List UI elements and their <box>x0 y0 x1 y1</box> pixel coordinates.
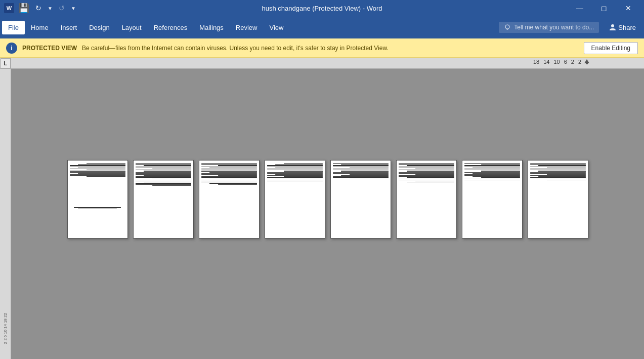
page-content-7 <box>462 161 522 183</box>
main-area: L 22 18 14 10 6 2 2 18 14 10 6 2 2 <box>0 58 644 359</box>
enable-editing-button[interactable]: Enable Editing <box>584 42 638 54</box>
person-icon <box>609 24 616 31</box>
tab-references[interactable]: References <box>148 21 193 34</box>
document-title: hush chandgane (Protected View) - Word <box>262 5 382 12</box>
page-thumbnail-5 <box>330 160 391 238</box>
pages-thumbnail-row <box>67 160 588 238</box>
document-area[interactable] <box>11 69 644 359</box>
page-thumbnail-8 <box>528 160 588 238</box>
minimize-btn[interactable]: ― <box>568 0 591 16</box>
protected-message: Be careful—files from the Internet can c… <box>82 45 579 52</box>
save-quick-btn[interactable]: 💾 <box>16 3 31 14</box>
ribbon-search-box[interactable]: Tell me what you want to do... <box>499 22 599 33</box>
lightbulb-icon <box>504 24 511 31</box>
tab-file[interactable]: File <box>2 21 25 34</box>
tab-insert[interactable]: Insert <box>55 21 83 34</box>
page-content-1 <box>68 161 127 212</box>
page-content-2 <box>134 161 193 188</box>
tab-mailings[interactable]: Mailings <box>193 21 230 34</box>
ruler-marker-icon <box>583 58 590 65</box>
page-thumbnail-4 <box>265 160 325 238</box>
svg-rect-4 <box>586 63 588 64</box>
left-ruler-numbers: 22 18 14 10 6 2 2 <box>0 313 11 344</box>
customize-btn[interactable]: ▼ <box>69 6 78 11</box>
ruler-toggle-btn[interactable]: L <box>1 58 11 68</box>
tab-review[interactable]: Review <box>230 21 264 34</box>
undo-arrow[interactable]: ▼ <box>46 6 55 11</box>
restore-btn[interactable]: ◻ <box>592 0 616 16</box>
ribbon: File Home Insert Design Layout Reference… <box>0 16 644 38</box>
window-controls: ― ◻ ✕ <box>568 0 640 16</box>
close-btn[interactable]: ✕ <box>617 0 640 16</box>
tab-layout[interactable]: Layout <box>116 21 148 34</box>
title-bar: W 💾 ↻ ▼ ↺ ▼ hush chandgane (Protected Vi… <box>0 0 644 16</box>
left-sidebar: L 22 18 14 10 6 2 2 <box>0 58 11 359</box>
tab-design[interactable]: Design <box>83 21 115 34</box>
search-placeholder: Tell me what you want to do... <box>514 24 594 31</box>
protected-label: PROTECTED VIEW <box>22 45 77 52</box>
protected-icon: i <box>6 43 17 54</box>
tab-view[interactable]: View <box>263 21 289 34</box>
title-bar-left: W 💾 ↻ ▼ ↺ ▼ <box>4 3 78 14</box>
page-thumbnail-2 <box>133 160 194 238</box>
svg-point-0 <box>505 25 509 29</box>
share-btn[interactable]: Share <box>603 22 642 33</box>
tab-home[interactable]: Home <box>25 21 55 34</box>
page-thumbnail-7 <box>462 160 523 238</box>
page-thumbnail-6 <box>396 160 457 238</box>
ruler-number-strip: 18 14 10 6 2 2 <box>531 59 583 65</box>
page-thumbnail-3 <box>199 160 260 238</box>
page-content-3 <box>199 161 259 187</box>
word-icon: W <box>4 3 14 13</box>
redo-btn[interactable]: ↺ <box>57 4 67 12</box>
svg-rect-1 <box>507 29 508 30</box>
page-content-4 <box>265 161 325 184</box>
protected-view-bar: i PROTECTED VIEW Be careful—files from t… <box>0 38 644 58</box>
page-content-5 <box>331 161 391 182</box>
svg-marker-3 <box>584 59 589 63</box>
undo-btn[interactable]: ↻ <box>33 4 44 12</box>
page-content-6 <box>397 161 456 185</box>
page-content-8 <box>528 161 588 183</box>
top-ruler: 18 14 10 6 2 2 <box>11 58 644 69</box>
page-thumbnail-1 <box>67 160 128 238</box>
svg-point-2 <box>611 24 614 27</box>
share-label: Share <box>618 24 636 31</box>
